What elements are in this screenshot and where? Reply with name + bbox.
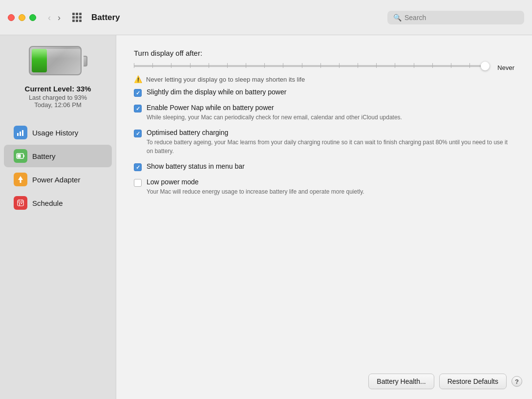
slider-warning: ⚠️ Never letting your display go to slee… <box>134 75 514 83</box>
usage-history-icon <box>14 126 27 139</box>
restore-defaults-button[interactable]: Restore Defaults <box>439 374 507 389</box>
sidebar-item-schedule[interactable]: Schedule <box>4 192 112 214</box>
checkbox-low-power-mode[interactable] <box>134 179 142 187</box>
svg-marker-6 <box>18 176 23 183</box>
option-dim-display-title: Slightly dim the display while on batter… <box>147 88 514 96</box>
checkbox-show-battery-status[interactable]: ✓ <box>134 163 142 171</box>
back-button[interactable]: ‹ <box>46 12 53 23</box>
option-dim-display: ✓ Slightly dim the display while on batt… <box>134 88 514 97</box>
battery-health-button[interactable]: Battery Health... <box>368 374 434 389</box>
search-icon: 🔍 <box>393 14 402 22</box>
warning-icon: ⚠️ <box>134 75 142 83</box>
search-input[interactable] <box>404 14 518 22</box>
sidebar: Current Level: 33% Last charged to 93% T… <box>0 35 116 399</box>
option-optimised-charging-title: Optimised battery charging <box>147 129 514 136</box>
option-low-power-mode: Low power mode Your Mac will reduce ener… <box>134 178 514 196</box>
sidebar-item-usage-history[interactable]: Usage History <box>4 121 112 144</box>
traffic-lights <box>8 14 36 21</box>
last-charged: Last charged to 93% <box>29 94 87 101</box>
slider-ticks <box>134 63 489 68</box>
help-button[interactable]: ? <box>511 376 522 387</box>
sidebar-item-power-adapter[interactable]: Power Adapter <box>4 168 112 191</box>
maximize-button[interactable] <box>29 14 36 21</box>
titlebar: ‹ › Battery 🔍 <box>0 0 532 35</box>
charge-time: Today, 12:06 PM <box>34 101 82 109</box>
content-area: Turn display off after: <box>116 35 532 399</box>
main-layout: Current Level: 33% Last charged to 93% T… <box>0 35 532 399</box>
checkbox-dim-display[interactable]: ✓ <box>134 89 142 97</box>
grid-icon[interactable] <box>72 13 82 22</box>
slider-thumb[interactable] <box>481 62 489 70</box>
option-low-power-mode-desc: Your Mac will reduce energy usage to inc… <box>147 187 514 196</box>
battery-level: Current Level: 33% <box>25 85 91 93</box>
option-show-battery-status: ✓ Show battery status in menu bar <box>134 162 514 171</box>
svg-rect-2 <box>22 130 23 136</box>
display-sleep-slider[interactable] <box>134 65 489 67</box>
battery-icon <box>29 45 87 77</box>
display-sleep-slider-container: Never ⚠️ Never letting your display go t… <box>134 64 514 83</box>
svg-rect-4 <box>18 155 21 158</box>
svg-rect-1 <box>20 132 21 136</box>
sidebar-item-battery[interactable]: Battery <box>4 145 112 167</box>
option-low-power-mode-title: Low power mode <box>147 178 514 186</box>
power-adapter-label: Power Adapter <box>32 176 80 184</box>
schedule-icon <box>14 196 27 210</box>
checkbox-power-nap[interactable]: ✓ <box>134 105 142 112</box>
option-power-nap: ✓ Enable Power Nap while on battery powe… <box>134 104 514 122</box>
svg-rect-7 <box>18 200 23 206</box>
minimize-button[interactable] <box>19 14 25 21</box>
power-adapter-icon <box>14 173 27 186</box>
schedule-label: Schedule <box>32 199 63 207</box>
sidebar-nav: Usage History Battery Po <box>0 120 116 215</box>
window-title: Battery <box>91 13 120 22</box>
slider-never-label: Never <box>497 64 514 71</box>
search-bar[interactable]: 🔍 <box>387 11 524 24</box>
bottom-bar: Battery Health... Restore Defaults ? <box>368 374 522 389</box>
checkbox-optimised-charging[interactable]: ✓ <box>134 130 142 137</box>
option-power-nap-desc: While sleeping, your Mac can periodicall… <box>147 113 514 122</box>
svg-rect-11 <box>19 203 20 204</box>
svg-rect-12 <box>21 203 22 204</box>
battery-sidebar-icon <box>14 149 27 163</box>
battery-label: Battery <box>32 152 56 160</box>
option-show-battery-status-title: Show battery status in menu bar <box>147 162 514 170</box>
svg-rect-13 <box>19 204 20 205</box>
option-power-nap-title: Enable Power Nap while on battery power <box>147 104 514 111</box>
option-optimised-charging-desc: To reduce battery ageing, your Mac learn… <box>147 138 514 155</box>
warning-text: Never letting your display go to sleep m… <box>146 76 514 83</box>
slider-section-title: Turn display off after: <box>134 49 514 57</box>
nav-buttons: ‹ › <box>46 12 63 23</box>
forward-button[interactable]: › <box>56 12 63 23</box>
usage-history-label: Usage History <box>32 129 78 137</box>
close-button[interactable] <box>8 14 15 21</box>
svg-rect-0 <box>17 133 19 136</box>
option-optimised-charging: ✓ Optimised battery charging To reduce b… <box>134 129 514 155</box>
slider-row: Never <box>134 64 514 71</box>
svg-rect-5 <box>23 155 24 157</box>
